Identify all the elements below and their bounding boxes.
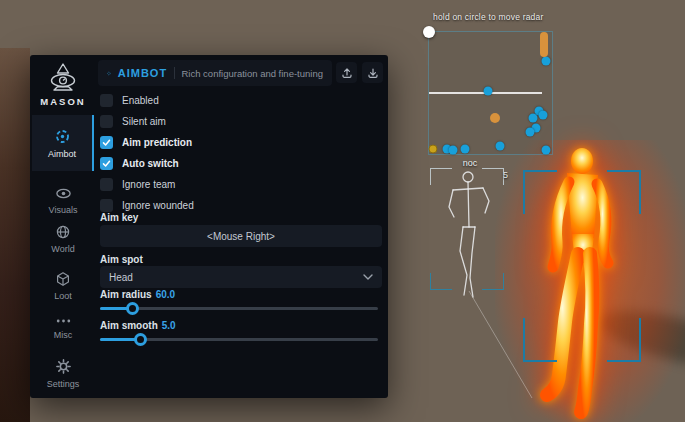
checkbox (100, 199, 113, 212)
sidebar-item-loot[interactable]: Loot (32, 264, 94, 307)
radar (428, 31, 553, 155)
aim-spot-value: Head (109, 272, 133, 283)
ellipsis-icon (55, 316, 72, 326)
sidebar-item-label: Visuals (32, 205, 94, 215)
checkbox-label: Silent aim (122, 116, 166, 127)
slider-thumb[interactable] (126, 302, 139, 315)
checkbox-auto-switch[interactable]: Auto switch (100, 153, 380, 174)
sidebar-item-label: Loot (32, 291, 94, 301)
mason-eye-icon (43, 62, 83, 94)
radar-dot-blue (529, 114, 538, 123)
esp-distance: 5 (503, 170, 508, 180)
aimbot-ring-icon (107, 67, 111, 80)
radar-dot-blue (484, 87, 493, 96)
esp-box-player (523, 170, 641, 362)
sidebar-item-label: Misc (32, 330, 94, 340)
cheat-menu-panel: MASON Aimbot Visuals (30, 55, 388, 398)
cube-icon (55, 271, 71, 287)
tab-title: AIMBOT (118, 67, 167, 79)
chevron-down-icon (363, 274, 373, 280)
radar-dot-yellow (429, 145, 438, 154)
sidebar-item-visuals[interactable]: Visuals (32, 179, 94, 221)
gear-icon (55, 358, 72, 375)
slider-value: 5.0 (162, 320, 176, 331)
sidebar-item-settings[interactable]: Settings (32, 351, 94, 395)
checkbox-label: Enabled (122, 95, 159, 106)
sidebar-item-label: World (32, 244, 94, 254)
aim-spot-label: Aim spot (100, 254, 143, 265)
radar-dot-blue (449, 146, 458, 155)
checkbox (100, 94, 113, 107)
globe-icon (55, 224, 71, 240)
radar-dot-blue (461, 145, 470, 154)
checkbox-label: Ignore team (122, 179, 175, 190)
tracer-line (460, 285, 540, 405)
aim-smooth-label: Aim smooth5.0 (100, 320, 176, 331)
download-icon (367, 67, 379, 79)
sidebar-item-misc[interactable]: Misc (32, 309, 94, 346)
aim-key-label: Aim key (100, 212, 138, 223)
crosshair-icon (54, 128, 71, 145)
check-icon (102, 159, 111, 168)
radar-dot-blue (539, 111, 548, 120)
upload-icon (341, 67, 353, 79)
checkbox-ignore-team[interactable]: Ignore team (100, 174, 380, 195)
sidebar-item-label: Settings (32, 379, 94, 389)
checkbox-silent-aim[interactable]: Silent aim (100, 111, 380, 132)
slider-label: Aim smooth (100, 320, 158, 331)
radar-dot-orange (490, 113, 500, 123)
radar-dot-blue (526, 128, 535, 137)
aim-smooth-slider[interactable] (100, 332, 378, 346)
checkbox-aim-prediction[interactable]: Aim prediction (100, 132, 380, 153)
slider-track (100, 307, 378, 310)
checkbox-label: Aim prediction (122, 137, 192, 148)
radar-dot-blue (542, 146, 551, 155)
left-brick-edge (0, 48, 30, 422)
radar-dot-blue (542, 57, 551, 66)
aim-radius-slider[interactable] (100, 301, 378, 315)
game-screen: noc 5 hold on circle to move radar (0, 0, 685, 422)
radar-orange-marker (540, 32, 548, 57)
checkbox (100, 157, 113, 170)
radar-move-handle[interactable] (423, 26, 435, 38)
eye-icon (55, 186, 72, 201)
sidebar-item-label: Aimbot (32, 149, 92, 159)
checkbox-label: Auto switch (122, 158, 179, 169)
brand-logo: MASON (30, 62, 96, 107)
aim-spot-select[interactable]: Head (100, 266, 382, 288)
tab-header: AIMBOT Rich configuration and fine-tunin… (98, 60, 332, 86)
tab-subtitle: Rich configuration and fine-tuning (181, 68, 323, 79)
download-config-button[interactable] (362, 62, 383, 83)
checkbox (100, 178, 113, 191)
esp-player-name: noc (440, 158, 500, 168)
slider-label: Aim radius (100, 289, 152, 300)
aim-key-bind-button[interactable]: <Mouse Right> (100, 225, 382, 247)
sidebar-item-world[interactable]: World (32, 217, 94, 260)
radar-dot-blue (496, 142, 505, 151)
checkbox (100, 115, 113, 128)
sidebar: MASON Aimbot Visuals (30, 55, 96, 398)
skeleton-esp (425, 155, 515, 305)
slider-value: 60.0 (156, 289, 175, 300)
checkbox-enabled[interactable]: Enabled (100, 90, 380, 111)
aim-radius-label: Aim radius60.0 (100, 289, 175, 300)
upload-config-button[interactable] (336, 62, 357, 83)
main-content: AIMBOT Rich configuration and fine-tunin… (96, 55, 388, 398)
sidebar-item-aimbot[interactable]: Aimbot (32, 115, 94, 171)
check-icon (102, 138, 111, 147)
checkbox-ignore-wounded[interactable]: Ignore wounded (100, 195, 380, 216)
radar-hint-text: hold on circle to move radar (433, 12, 544, 22)
brand-name: MASON (30, 96, 96, 107)
checkbox (100, 136, 113, 149)
slider-thumb[interactable] (134, 333, 147, 346)
checkbox-label: Ignore wounded (122, 200, 194, 211)
